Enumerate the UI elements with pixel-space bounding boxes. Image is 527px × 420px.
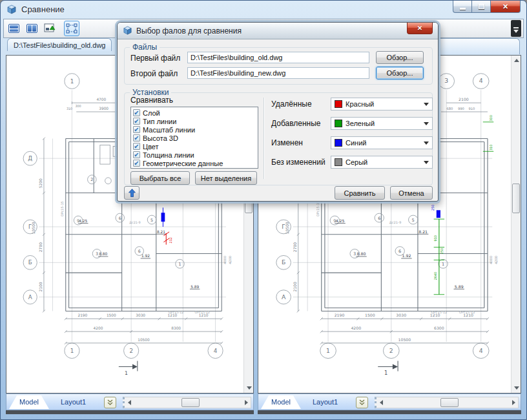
scroll-down-icon[interactable]: [244, 383, 254, 393]
scroll-right-icon[interactable]: [509, 397, 518, 408]
svg-text:1.92: 1.92: [141, 254, 150, 258]
compare-option[interactable]: ✔Высота 3D: [133, 134, 256, 142]
svg-text:1: 1: [178, 262, 181, 266]
compare-option[interactable]: ✔Геометрические данные: [133, 159, 256, 167]
checkbox-checked-icon[interactable]: ✔: [133, 126, 140, 133]
tab-list-button[interactable]: [356, 397, 368, 408]
svg-text:4000: 4000: [223, 256, 227, 264]
cancel-button[interactable]: Отмена: [390, 186, 433, 200]
svg-text:1: 1: [70, 348, 74, 354]
svg-text:6: 6: [378, 216, 380, 221]
svg-text:10500: 10500: [398, 337, 411, 342]
svg-text:2190: 2190: [335, 313, 345, 317]
unchanged-color-dropdown[interactable]: Серый: [331, 156, 433, 169]
added-label: Добавленные: [271, 119, 321, 128]
svg-text:5: 5: [150, 217, 153, 222]
svg-text:8300: 8300: [171, 326, 181, 330]
scroll-thumb[interactable]: [440, 398, 459, 407]
svg-text:4: 4: [214, 348, 218, 354]
dialog-close-button[interactable]: ✕: [407, 23, 433, 34]
compare-option[interactable]: ✔Масштаб линии: [133, 125, 256, 134]
svg-text:1: 1: [326, 348, 330, 354]
split-vertical-button[interactable]: [24, 21, 39, 36]
svg-text:5: 5: [412, 218, 415, 223]
svg-text:Дс21-9: Дс21-9: [389, 220, 401, 224]
svg-text:990: 990: [458, 107, 464, 110]
pin-up-button[interactable]: [124, 186, 140, 200]
svg-text:2100: 2100: [39, 282, 43, 291]
export-image-button[interactable]: [42, 21, 57, 36]
svg-text:4200: 4200: [351, 326, 361, 330]
tab-model[interactable]: Model: [9, 395, 49, 409]
svg-text:4200: 4200: [94, 326, 103, 330]
close-button[interactable]: ✕: [491, 1, 521, 13]
first-file-input[interactable]: [187, 52, 369, 63]
browse-first-button[interactable]: Обзор...: [376, 51, 424, 64]
changed-label: Изменен: [271, 138, 303, 147]
maximize-icon: [479, 4, 484, 9]
svg-text:ОРс15-12: ОРс15-12: [195, 310, 210, 314]
scroll-thumb[interactable]: [512, 184, 520, 213]
tab-layout1[interactable]: Layout1: [49, 395, 98, 409]
compare-option-label: Геометрические данные: [143, 160, 223, 167]
scroll-left-icon[interactable]: [377, 397, 386, 408]
svg-text:Дс21-9: Дс21-9: [129, 220, 140, 224]
titlebar[interactable]: Сравнение ✕: [1, 1, 526, 19]
dialog-titlebar[interactable]: Выбор фалов для сравнения: [118, 23, 438, 39]
tab-model[interactable]: Model: [261, 395, 301, 409]
compare-option[interactable]: ✔Толщина линии: [133, 151, 256, 159]
compare-options-list[interactable]: ✔Слой✔Тип линии✔Масштаб линии✔Высота 3D✔…: [130, 107, 258, 169]
svg-text:4.25: 4.25: [336, 218, 345, 223]
compare-option[interactable]: ✔Слой: [133, 109, 256, 117]
right-horizontal-scrollbar[interactable]: [375, 397, 519, 408]
scroll-thumb[interactable]: [181, 398, 200, 407]
dialog-title: Выбор фалов для сравнения: [136, 26, 242, 36]
checkbox-checked-icon[interactable]: ✔: [133, 118, 140, 125]
left-horizontal-scrollbar[interactable]: [123, 397, 251, 408]
checkbox-checked-icon[interactable]: ✔: [133, 151, 140, 158]
checkbox-checked-icon[interactable]: ✔: [133, 109, 140, 116]
browse-second-button[interactable]: Обзор...: [376, 67, 424, 79]
scroll-left-icon[interactable]: [125, 397, 134, 408]
svg-text:2700: 2700: [293, 242, 297, 252]
compare-option[interactable]: ✔Тип линии: [133, 117, 256, 125]
compare-option-label: Цвет: [143, 143, 159, 151]
scroll-up-icon[interactable]: [512, 56, 521, 65]
right-vertical-scrollbar[interactable]: [511, 56, 521, 393]
select-none-button[interactable]: Нет выделения: [195, 171, 257, 185]
tab-list-button[interactable]: [104, 397, 116, 408]
checkbox-checked-icon[interactable]: ✔: [133, 134, 140, 142]
compare-option[interactable]: ✔Цвет: [133, 142, 256, 151]
svg-text:300: 300: [75, 104, 81, 108]
compare-button[interactable]: Сравнить: [335, 186, 385, 200]
scroll-right-icon[interactable]: [242, 397, 251, 408]
file-tab-old[interactable]: D:\TestFiles\building_old.dwg: [7, 38, 112, 51]
compare-option-label: Толщина линии: [143, 151, 194, 159]
checkbox-checked-icon[interactable]: ✔: [133, 143, 140, 150]
maximize-button[interactable]: [472, 1, 491, 13]
svg-text:6: 6: [119, 216, 121, 220]
changed-color-dropdown[interactable]: Синий: [331, 136, 433, 149]
deleted-color-dropdown[interactable]: Красный: [331, 98, 433, 110]
tab-layout1[interactable]: Layout1: [301, 395, 349, 409]
compare-label: Сравнивать: [130, 96, 173, 105]
second-file-input[interactable]: [187, 67, 369, 79]
split-horizontal-button[interactable]: [6, 21, 21, 36]
compare-option-label: Высота 3D: [143, 134, 178, 142]
svg-text:4: 4: [479, 78, 483, 85]
svg-text:1500: 1500: [107, 313, 116, 317]
checkbox-checked-icon[interactable]: ✔: [133, 160, 140, 167]
fit-selection-button[interactable]: [64, 21, 79, 36]
svg-text:1: 1: [442, 262, 444, 267]
svg-text:3900: 3900: [99, 107, 108, 110]
svg-text:5.89: 5.89: [191, 285, 199, 289]
chevron-down-icon: [424, 103, 429, 106]
svg-text:А: А: [28, 294, 32, 300]
scroll-down-icon[interactable]: [512, 383, 521, 393]
svg-text:3030: 3030: [136, 313, 145, 317]
toolbar-overflow-button[interactable]: [511, 20, 521, 37]
split-horizontal-icon: [8, 24, 19, 33]
added-color-dropdown[interactable]: Зеленый: [331, 117, 433, 130]
minimize-button[interactable]: [453, 1, 472, 13]
select-all-button[interactable]: Выбрать все: [130, 171, 190, 185]
